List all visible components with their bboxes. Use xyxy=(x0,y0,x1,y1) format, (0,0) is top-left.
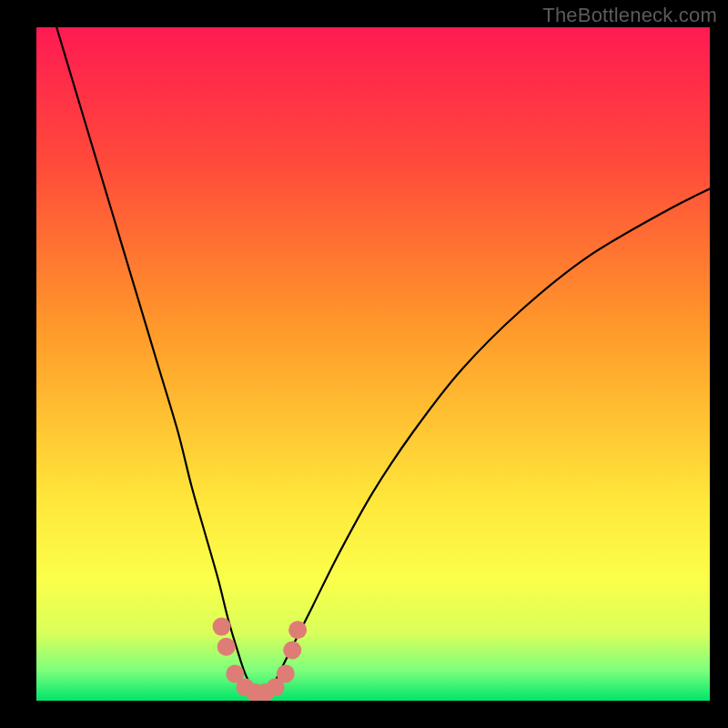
curve-marker xyxy=(217,638,236,656)
curve-marker xyxy=(213,618,231,636)
curve-marker xyxy=(288,621,307,639)
chart-frame: TheBottleneck.com xyxy=(0,0,728,728)
plot-area xyxy=(36,27,710,701)
curve-marker xyxy=(283,642,301,660)
curve-markers xyxy=(213,618,308,701)
curve-layer xyxy=(36,27,710,701)
watermark-text: TheBottleneck.com xyxy=(542,4,717,27)
curve-marker xyxy=(277,664,295,682)
bottleneck-curve xyxy=(56,27,710,695)
